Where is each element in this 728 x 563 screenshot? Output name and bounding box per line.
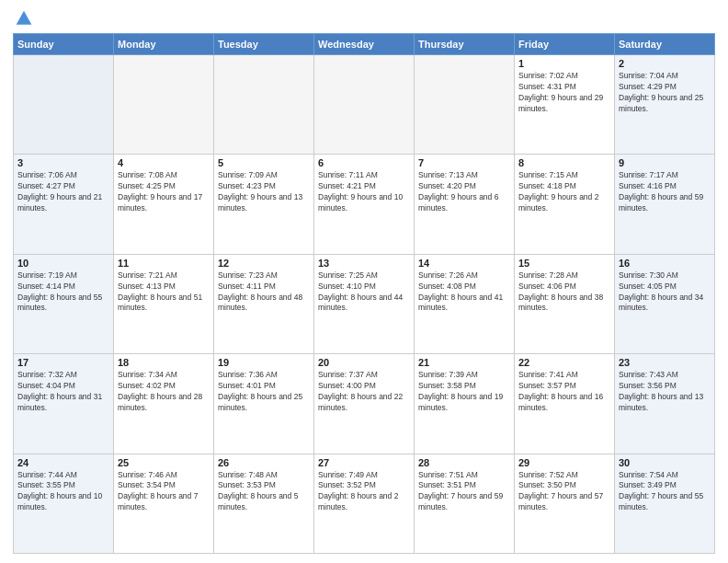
day-info: Sunrise: 7:26 AMSunset: 4:08 PMDaylight:… (418, 270, 510, 315)
day-cell-19: 19Sunrise: 7:36 AMSunset: 4:01 PMDayligh… (214, 354, 314, 454)
day-info: Sunrise: 7:02 AMSunset: 4:31 PMDaylight:… (518, 71, 610, 115)
day-info: Sunrise: 7:21 AMSunset: 4:13 PMDaylight:… (118, 270, 210, 315)
day-number: 13 (318, 258, 410, 269)
day-info: Sunrise: 7:23 AMSunset: 4:11 PMDaylight:… (218, 270, 310, 315)
day-cell-4: 4Sunrise: 7:08 AMSunset: 4:25 PMDaylight… (114, 155, 214, 254)
day-cell-6: 6Sunrise: 7:11 AMSunset: 4:21 PMDaylight… (314, 155, 415, 254)
week-row-3: 10Sunrise: 7:19 AMSunset: 4:14 PMDayligh… (14, 254, 715, 353)
col-header-friday: Friday (515, 34, 615, 55)
col-header-wednesday: Wednesday (314, 34, 415, 55)
day-number: 24 (17, 457, 109, 468)
day-number: 5 (218, 157, 310, 168)
day-number: 6 (318, 157, 410, 168)
day-info: Sunrise: 7:43 AMSunset: 3:56 PMDaylight:… (619, 370, 711, 414)
day-info: Sunrise: 7:08 AMSunset: 4:25 PMDaylight:… (118, 170, 210, 214)
day-cell-12: 12Sunrise: 7:23 AMSunset: 4:11 PMDayligh… (214, 254, 314, 353)
day-info: Sunrise: 7:04 AMSunset: 4:29 PMDaylight:… (619, 71, 711, 115)
col-header-saturday: Saturday (615, 34, 715, 55)
day-number: 3 (17, 157, 109, 168)
day-info: Sunrise: 7:11 AMSunset: 4:21 PMDaylight:… (318, 170, 410, 214)
day-cell-18: 18Sunrise: 7:34 AMSunset: 4:02 PMDayligh… (114, 354, 214, 454)
col-header-tuesday: Tuesday (214, 34, 314, 55)
logo-icon (15, 9, 33, 28)
week-row-1: 1Sunrise: 7:02 AMSunset: 4:31 PMDaylight… (14, 55, 715, 155)
day-info: Sunrise: 7:25 AMSunset: 4:10 PMDaylight:… (318, 270, 410, 315)
day-info: Sunrise: 7:17 AMSunset: 4:16 PMDaylight:… (619, 170, 711, 214)
logo (13, 9, 33, 28)
day-cell-25: 25Sunrise: 7:46 AMSunset: 3:54 PMDayligh… (114, 454, 214, 553)
day-number: 10 (17, 258, 109, 269)
day-cell-14: 14Sunrise: 7:26 AMSunset: 4:08 PMDayligh… (415, 254, 515, 353)
day-info: Sunrise: 7:15 AMSunset: 4:18 PMDaylight:… (518, 170, 610, 214)
day-number: 11 (118, 258, 210, 269)
day-number: 2 (619, 58, 711, 69)
day-number: 23 (619, 357, 711, 368)
day-cell-28: 28Sunrise: 7:51 AMSunset: 3:51 PMDayligh… (415, 454, 515, 553)
day-number: 25 (118, 457, 210, 468)
day-cell-29: 29Sunrise: 7:52 AMSunset: 3:50 PMDayligh… (515, 454, 615, 553)
day-number: 28 (418, 457, 510, 468)
week-row-5: 24Sunrise: 7:44 AMSunset: 3:55 PMDayligh… (14, 454, 715, 553)
day-number: 18 (118, 357, 210, 368)
day-info: Sunrise: 7:06 AMSunset: 4:27 PMDaylight:… (17, 170, 109, 214)
day-info: Sunrise: 7:30 AMSunset: 4:05 PMDaylight:… (619, 270, 711, 315)
day-cell-2: 2Sunrise: 7:04 AMSunset: 4:29 PMDaylight… (615, 55, 715, 155)
day-number: 19 (218, 357, 310, 368)
day-number: 26 (218, 457, 310, 468)
svg-marker-0 (17, 11, 32, 25)
empty-cell (415, 55, 515, 155)
calendar-table: SundayMondayTuesdayWednesdayThursdayFrid… (13, 33, 715, 554)
col-header-thursday: Thursday (415, 34, 515, 55)
day-cell-15: 15Sunrise: 7:28 AMSunset: 4:06 PMDayligh… (515, 254, 615, 353)
day-number: 1 (518, 58, 610, 69)
header (13, 9, 715, 28)
day-cell-9: 9Sunrise: 7:17 AMSunset: 4:16 PMDaylight… (615, 155, 715, 254)
day-info: Sunrise: 7:46 AMSunset: 3:54 PMDaylight:… (118, 470, 210, 514)
empty-cell (314, 55, 415, 155)
day-cell-8: 8Sunrise: 7:15 AMSunset: 4:18 PMDaylight… (515, 155, 615, 254)
day-cell-20: 20Sunrise: 7:37 AMSunset: 4:00 PMDayligh… (314, 354, 415, 454)
day-number: 22 (518, 357, 610, 368)
day-cell-13: 13Sunrise: 7:25 AMSunset: 4:10 PMDayligh… (314, 254, 415, 353)
day-info: Sunrise: 7:36 AMSunset: 4:01 PMDaylight:… (218, 370, 310, 414)
empty-cell (214, 55, 314, 155)
empty-cell (114, 55, 214, 155)
week-row-4: 17Sunrise: 7:32 AMSunset: 4:04 PMDayligh… (14, 354, 715, 454)
day-number: 16 (619, 258, 711, 269)
day-number: 20 (318, 357, 410, 368)
day-number: 8 (518, 157, 610, 168)
logo-text (13, 9, 33, 28)
day-number: 12 (218, 258, 310, 269)
day-number: 9 (619, 157, 711, 168)
day-info: Sunrise: 7:32 AMSunset: 4:04 PMDaylight:… (17, 370, 109, 414)
day-number: 14 (418, 258, 510, 269)
day-info: Sunrise: 7:09 AMSunset: 4:23 PMDaylight:… (218, 170, 310, 214)
day-info: Sunrise: 7:39 AMSunset: 3:58 PMDaylight:… (418, 370, 510, 414)
day-number: 27 (318, 457, 410, 468)
day-cell-16: 16Sunrise: 7:30 AMSunset: 4:05 PMDayligh… (615, 254, 715, 353)
page: SundayMondayTuesdayWednesdayThursdayFrid… (0, 0, 728, 563)
day-info: Sunrise: 7:37 AMSunset: 4:00 PMDaylight:… (318, 370, 410, 414)
day-number: 15 (518, 258, 610, 269)
col-header-sunday: Sunday (14, 34, 114, 55)
day-info: Sunrise: 7:54 AMSunset: 3:49 PMDaylight:… (619, 470, 711, 514)
day-cell-1: 1Sunrise: 7:02 AMSunset: 4:31 PMDaylight… (515, 55, 615, 155)
day-number: 4 (118, 157, 210, 168)
day-info: Sunrise: 7:44 AMSunset: 3:55 PMDaylight:… (17, 470, 109, 514)
day-cell-5: 5Sunrise: 7:09 AMSunset: 4:23 PMDaylight… (214, 155, 314, 254)
day-cell-22: 22Sunrise: 7:41 AMSunset: 3:57 PMDayligh… (515, 354, 615, 454)
day-info: Sunrise: 7:13 AMSunset: 4:20 PMDaylight:… (418, 170, 510, 214)
day-cell-27: 27Sunrise: 7:49 AMSunset: 3:52 PMDayligh… (314, 454, 415, 553)
day-cell-11: 11Sunrise: 7:21 AMSunset: 4:13 PMDayligh… (114, 254, 214, 353)
day-number: 17 (17, 357, 109, 368)
day-info: Sunrise: 7:41 AMSunset: 3:57 PMDaylight:… (518, 370, 610, 414)
day-info: Sunrise: 7:28 AMSunset: 4:06 PMDaylight:… (518, 270, 610, 315)
day-info: Sunrise: 7:49 AMSunset: 3:52 PMDaylight:… (318, 470, 410, 514)
day-cell-7: 7Sunrise: 7:13 AMSunset: 4:20 PMDaylight… (415, 155, 515, 254)
day-cell-17: 17Sunrise: 7:32 AMSunset: 4:04 PMDayligh… (14, 354, 114, 454)
day-cell-10: 10Sunrise: 7:19 AMSunset: 4:14 PMDayligh… (14, 254, 114, 353)
week-row-2: 3Sunrise: 7:06 AMSunset: 4:27 PMDaylight… (14, 155, 715, 254)
day-info: Sunrise: 7:48 AMSunset: 3:53 PMDaylight:… (218, 470, 310, 514)
day-cell-23: 23Sunrise: 7:43 AMSunset: 3:56 PMDayligh… (615, 354, 715, 454)
day-info: Sunrise: 7:19 AMSunset: 4:14 PMDaylight:… (17, 270, 109, 315)
